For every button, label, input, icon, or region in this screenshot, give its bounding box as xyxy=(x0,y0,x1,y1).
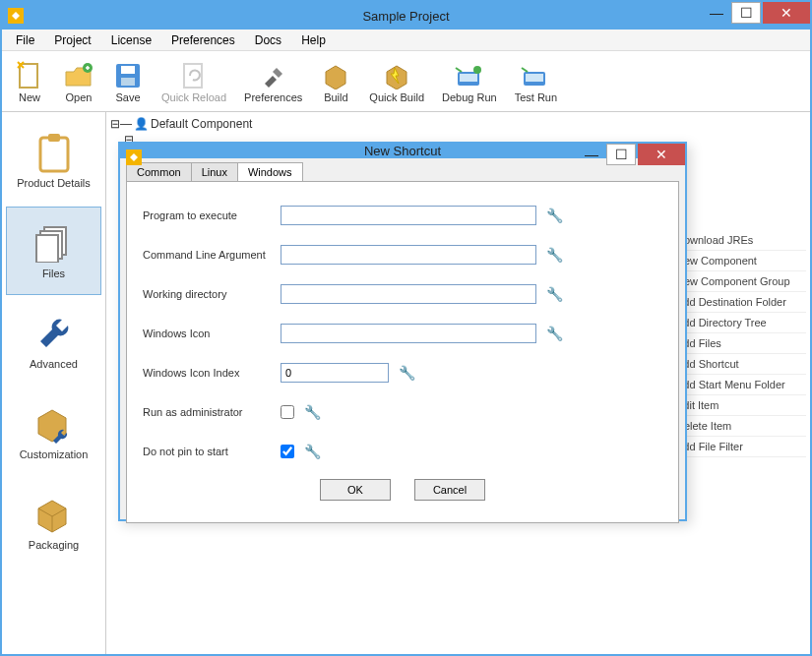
action-edit-item[interactable]: Edit Item xyxy=(676,395,806,416)
tool-save[interactable]: Save xyxy=(106,54,150,109)
svg-rect-11 xyxy=(526,74,543,82)
tool-debug-run[interactable]: Debug Run xyxy=(436,54,503,109)
action-new-component[interactable]: New Component xyxy=(676,251,806,271)
side-panel: Product Details Files Advanced Customiza… xyxy=(2,112,106,654)
menu-project[interactable]: Project xyxy=(46,31,98,49)
cancel-button[interactable]: Cancel xyxy=(414,479,485,501)
svg-rect-8 xyxy=(460,74,477,82)
label-cmdline: Command Line Argument xyxy=(143,249,281,261)
wrench-icon[interactable]: 🔧 xyxy=(546,208,563,223)
save-icon xyxy=(112,60,144,91)
tool-test-run[interactable]: Test Run xyxy=(509,54,563,109)
test-run-icon xyxy=(520,60,551,91)
wrench-icon[interactable]: 🔧 xyxy=(546,326,563,341)
new-shortcut-dialog: New Shortcut — ☐ ✕ Common Linux Windows … xyxy=(118,142,687,521)
wrench-icon[interactable]: 🔧 xyxy=(304,404,321,420)
menu-license[interactable]: License xyxy=(103,31,159,49)
component-icon: 👤 xyxy=(134,117,149,131)
label-runadmin: Run as administrator xyxy=(143,406,281,418)
customization-icon xyxy=(33,403,75,445)
dialog-body: Program to execute 🔧 Command Line Argume… xyxy=(126,181,679,523)
action-add-file-filter[interactable]: Add File Filter xyxy=(676,437,806,457)
tab-windows[interactable]: Windows xyxy=(237,162,303,181)
clipboard-icon xyxy=(33,132,75,173)
window-title: Sample Project xyxy=(362,9,449,24)
dialog-title: New Shortcut xyxy=(364,144,441,158)
sidebar-item-packaging[interactable]: Packaging xyxy=(6,478,101,567)
menu-preferences[interactable]: Preferences xyxy=(163,31,243,49)
tool-open[interactable]: Open xyxy=(57,54,100,109)
build-icon xyxy=(320,60,351,91)
tree-root-label[interactable]: Default Component xyxy=(151,117,252,131)
tool-preferences[interactable]: Preferences xyxy=(238,54,308,109)
reload-icon xyxy=(178,60,210,91)
action-add-files[interactable]: Add Files xyxy=(676,333,806,354)
sidebar-item-advanced[interactable]: Advanced xyxy=(6,297,101,386)
tab-linux[interactable]: Linux xyxy=(191,162,238,181)
input-cmdline[interactable] xyxy=(281,245,536,265)
svg-point-9 xyxy=(473,66,481,74)
preferences-icon xyxy=(258,60,289,91)
sidebar-item-customization[interactable]: Customization xyxy=(6,388,101,476)
sidebar-item-files[interactable]: Files xyxy=(6,207,101,295)
actions-panel: Download JREs New Component New Componen… xyxy=(676,230,806,457)
menu-help[interactable]: Help xyxy=(293,31,334,49)
minimize-button[interactable]: — xyxy=(702,2,731,24)
action-add-destination-folder[interactable]: Add Destination Folder xyxy=(676,292,806,313)
checkbox-nopin[interactable] xyxy=(281,445,294,458)
wrench-icon[interactable]: 🔧 xyxy=(546,286,563,302)
label-workdir: Working directory xyxy=(143,288,281,300)
tree-expand-icon[interactable]: ⊟— xyxy=(110,117,132,131)
tool-build[interactable]: Build xyxy=(314,54,357,109)
tool-new[interactable]: New xyxy=(8,54,51,109)
packaging-icon xyxy=(33,494,75,535)
label-nopin: Do not pin to start xyxy=(143,446,281,457)
app-icon xyxy=(8,8,24,24)
maximize-button[interactable]: ☐ xyxy=(731,2,761,24)
new-file-icon xyxy=(14,60,45,91)
close-button[interactable]: ✕ xyxy=(763,2,810,24)
menu-bar: File Project License Preferences Docs He… xyxy=(2,30,810,51)
menu-file[interactable]: File xyxy=(8,31,42,49)
main-titlebar: Sample Project — ☐ ✕ xyxy=(2,2,810,30)
svg-rect-4 xyxy=(121,66,135,74)
wrench-icon[interactable]: 🔧 xyxy=(304,444,321,459)
dialog-app-icon xyxy=(126,149,142,165)
input-winicon[interactable] xyxy=(281,324,536,343)
action-add-shortcut[interactable]: Add Shortcut xyxy=(676,354,806,375)
action-new-component-group[interactable]: New Component Group xyxy=(676,271,806,292)
wrench-large-icon xyxy=(33,313,75,354)
dialog-minimize-button[interactable]: — xyxy=(577,144,606,165)
input-iconidx[interactable] xyxy=(281,363,389,383)
action-add-directory-tree[interactable]: Add Directory Tree xyxy=(676,313,806,333)
debug-run-icon xyxy=(454,60,485,91)
svg-rect-5 xyxy=(121,78,135,86)
action-download-jres[interactable]: Download JREs xyxy=(676,230,806,251)
checkbox-runadmin[interactable] xyxy=(281,405,294,419)
wrench-icon[interactable]: 🔧 xyxy=(399,365,415,381)
dialog-titlebar: New Shortcut — ☐ ✕ xyxy=(120,144,685,158)
label-winicon: Windows Icon xyxy=(143,328,281,339)
action-add-start-menu-folder[interactable]: Add Start Menu Folder xyxy=(676,375,806,395)
toolbar: New Open Save Quick Reload Preferences B… xyxy=(2,51,810,112)
label-program: Program to execute xyxy=(143,209,281,221)
tool-quick-reload[interactable]: Quick Reload xyxy=(156,54,232,109)
sidebar-item-product-details[interactable]: Product Details xyxy=(6,116,101,205)
wrench-icon[interactable]: 🔧 xyxy=(546,247,563,263)
dialog-maximize-button[interactable]: ☐ xyxy=(606,144,636,165)
tool-quick-build[interactable]: Quick Build xyxy=(363,54,430,109)
menu-docs[interactable]: Docs xyxy=(247,31,289,49)
svg-rect-13 xyxy=(48,134,60,142)
quick-build-icon xyxy=(381,60,412,91)
open-folder-icon xyxy=(63,60,94,91)
svg-rect-16 xyxy=(36,235,58,263)
svg-rect-12 xyxy=(40,138,68,171)
dialog-close-button[interactable]: ✕ xyxy=(638,144,685,165)
label-iconidx: Windows Icon Index xyxy=(143,367,281,379)
input-workdir[interactable] xyxy=(281,284,536,304)
input-program[interactable] xyxy=(281,206,536,225)
ok-button[interactable]: OK xyxy=(320,479,391,501)
files-icon xyxy=(33,222,75,264)
action-delete-item[interactable]: Delete Item xyxy=(676,416,806,437)
